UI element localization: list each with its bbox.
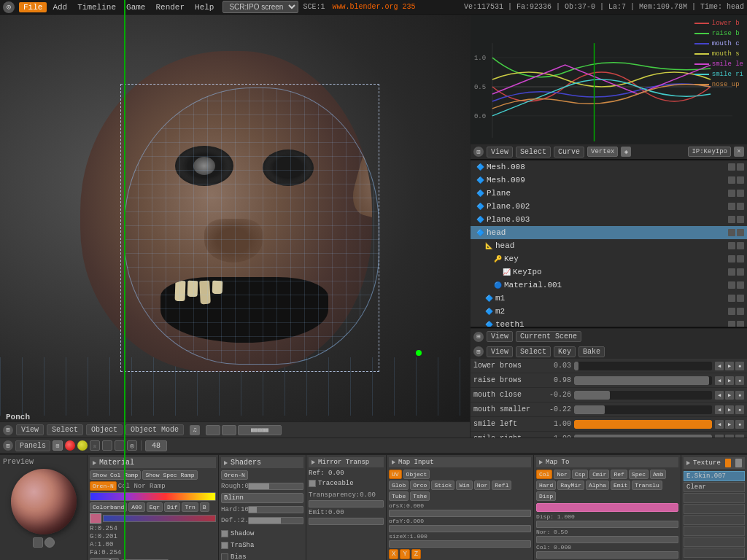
- sk-icon-4-0[interactable]: ◀: [715, 420, 724, 429]
- ipo-vertex-btn[interactable]: Vertex: [587, 147, 618, 157]
- sk-icon-4-2[interactable]: ●: [735, 420, 744, 429]
- sk-icon-1-2[interactable]: ●: [735, 376, 744, 385]
- show-spec-ramp-btn[interactable]: Show Spec Ramp: [142, 470, 197, 480]
- shaders-header[interactable]: Shaders: [221, 457, 303, 468]
- mt-icon-5[interactable]: ◎: [127, 440, 137, 451]
- scene-selector[interactable]: SCE:1: [303, 3, 325, 11]
- menu-game[interactable]: Game: [122, 2, 150, 12]
- outliner-item-1[interactable]: 🔷Mesh.009: [471, 174, 747, 187]
- mto-ref-btn[interactable]: Ref: [611, 470, 627, 479]
- mto-amb-btn[interactable]: Amb: [650, 470, 666, 479]
- o-icon-12-0[interactable]: [728, 321, 735, 328]
- alpha-btn[interactable]: Alpha: [586, 481, 609, 490]
- o-icon-1-1[interactable]: [737, 176, 744, 184]
- x-btn[interactable]: X: [389, 549, 398, 559]
- sk-icon-2-0[interactable]: ◀: [715, 391, 724, 400]
- ipo-curve-btn[interactable]: Curve: [554, 147, 584, 158]
- panels-btn[interactable]: Panels: [15, 440, 50, 451]
- bias-check[interactable]: [221, 553, 228, 560]
- website-link[interactable]: www.blender.org 235: [329, 2, 418, 12]
- texture-header[interactable]: Texture: [684, 457, 745, 469]
- shadow-check[interactable]: [221, 530, 228, 537]
- ipo-editor[interactable]: 5 10 15 20 25 30 35 1.0 0.5 0.0: [471, 15, 747, 160]
- o-icon-4-1[interactable]: [737, 216, 744, 223]
- tube-btn[interactable]: Tube: [389, 491, 409, 501]
- tex-slot-4[interactable]: [684, 515, 745, 525]
- snap-icon[interactable]: [206, 425, 220, 435]
- z-btn[interactable]: Z: [411, 549, 421, 559]
- o-icon-11-0[interactable]: [728, 308, 735, 315]
- colorband-label[interactable]: Colorband: [90, 502, 127, 512]
- ipo-keyipo-selector[interactable]: IP:KeyIpo: [688, 147, 731, 157]
- rough-track[interactable]: [248, 483, 303, 490]
- blinn-btn[interactable]: Blinn: [221, 493, 303, 503]
- oren-n-btn[interactable]: Oren-N: [90, 481, 117, 491]
- o-icon-9-1[interactable]: [737, 281, 744, 289]
- o-icon-3-0[interactable]: [728, 203, 735, 210]
- o-icon-10-1[interactable]: [737, 295, 744, 302]
- outliner-item-6[interactable]: 📐head: [471, 239, 747, 252]
- grid-display[interactable]: ▦▦▦▦▦: [238, 425, 282, 435]
- outliner-item-11[interactable]: 🔷m2: [471, 305, 747, 318]
- mt-icon-4[interactable]: [115, 440, 125, 451]
- o-icon-10-0[interactable]: [728, 295, 735, 302]
- o-icon-6-1[interactable]: [737, 242, 744, 249]
- traceable-check[interactable]: [309, 480, 316, 487]
- o-icon-3-1[interactable]: [737, 203, 744, 210]
- emit-bar[interactable]: [309, 518, 384, 525]
- menu-render[interactable]: Render: [151, 2, 189, 12]
- tex-slot-0[interactable]: E.Skin.007: [684, 471, 745, 481]
- current-scene-btn[interactable]: Current Scene: [516, 331, 581, 342]
- shapekey-menu-icon[interactable]: ⊞: [473, 346, 484, 357]
- outliner-item-9[interactable]: 🔵Material.001: [471, 279, 747, 292]
- sk-icon-3-1[interactable]: ▶: [725, 405, 734, 414]
- uv-btn[interactable]: UV: [389, 470, 402, 479]
- ipo-select-btn[interactable]: Select: [516, 147, 551, 158]
- o-icon-1-0[interactable]: [728, 176, 735, 184]
- hard-btn[interactable]: Hard: [536, 481, 556, 490]
- sk-icon-1-0[interactable]: ◀: [715, 376, 724, 385]
- outliner-item-10[interactable]: 🔷m1: [471, 292, 747, 305]
- vtb-object[interactable]: Object: [86, 424, 123, 435]
- ofs-x-bar[interactable]: [389, 510, 531, 517]
- tex-slot-5[interactable]: [684, 526, 745, 536]
- sk-bar-container-5[interactable]: [574, 435, 712, 438]
- spe-tab[interactable]: Eqr: [147, 502, 163, 512]
- prop-edit-icon[interactable]: [222, 425, 236, 435]
- show-col-ramp-btn[interactable]: Show Col Ramp: [90, 470, 141, 480]
- menu-help[interactable]: Help: [190, 2, 218, 12]
- sk-bar-container-0[interactable]: [574, 362, 712, 370]
- ipo-close-icon[interactable]: ×: [734, 147, 744, 157]
- o-icon-7-1[interactable]: [737, 255, 744, 262]
- ipo-menu-icon[interactable]: ⊞: [473, 147, 484, 157]
- shapekey-row-2[interactable]: mouth close-0.26◀▶●: [471, 388, 747, 402]
- sk-bar-container-4[interactable]: [574, 420, 712, 429]
- mto-csp-btn[interactable]: Csp: [572, 470, 588, 479]
- sk-icon-0-2[interactable]: ●: [735, 362, 744, 370]
- o-icon-5-1[interactable]: [737, 229, 744, 236]
- disp-btn[interactable]: Disp: [536, 491, 556, 501]
- sk-icon-3-2[interactable]: ●: [735, 405, 744, 414]
- shapekey-view-btn[interactable]: View: [487, 346, 513, 357]
- refl-btn[interactable]: Refl: [492, 481, 511, 490]
- screen-selector[interactable]: SCR:IPO screen: [222, 1, 298, 13]
- sk-icon-0-0[interactable]: ◀: [715, 362, 724, 370]
- sk-icon-2-2[interactable]: ●: [735, 391, 744, 400]
- sk-icon-5-2[interactable]: ●: [735, 435, 744, 438]
- object-btn[interactable]: Object: [403, 470, 430, 479]
- vtb-view[interactable]: View: [16, 424, 44, 435]
- o-icon-5-0[interactable]: [728, 229, 735, 236]
- vtb-select[interactable]: Select: [47, 424, 83, 435]
- ipo-type-icon[interactable]: ◈: [621, 147, 631, 157]
- frame-counter[interactable]: 48: [145, 440, 167, 451]
- tex-slot-7[interactable]: [684, 548, 745, 558]
- nor-btn[interactable]: Nor: [474, 481, 490, 490]
- mto-col-btn[interactable]: Col: [536, 470, 552, 479]
- tshe-btn[interactable]: Tshe: [410, 491, 430, 501]
- mt-icon-3[interactable]: [102, 440, 112, 451]
- shapekey-row-1[interactable]: raise brows0.98◀▶●: [471, 373, 747, 388]
- color-picker-1[interactable]: [90, 513, 101, 524]
- mto-spec-btn[interactable]: Spec: [629, 470, 649, 479]
- hard-track[interactable]: [248, 506, 303, 513]
- o-icon-2-1[interactable]: [737, 190, 744, 197]
